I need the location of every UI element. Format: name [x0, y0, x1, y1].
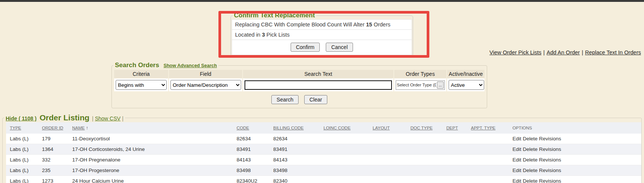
option-delete-link[interactable]: Delete — [523, 146, 537, 152]
pipe-separator: | — [122, 115, 124, 121]
cell-doc-type — [407, 165, 443, 176]
option-edit-link[interactable]: Edit — [512, 157, 521, 163]
cell-billing-code: 82634 — [269, 134, 320, 144]
order-type-browse-button[interactable]: ... — [437, 82, 444, 89]
cell-appt-type — [467, 134, 509, 144]
cell-order-id: 235 — [38, 165, 68, 176]
order-row[interactable]: Labs (L) 235 17-OH Progesterone 83498 83… — [6, 165, 641, 176]
cell-dept — [443, 155, 467, 165]
order-row[interactable]: Labs (L) 179 11-Deoxycortisol 82634 8263… — [6, 134, 641, 144]
column-header-order-id[interactable]: ORDER ID — [38, 122, 68, 134]
option-edit-link[interactable]: Edit — [512, 168, 521, 173]
option-edit-link[interactable]: Edit — [512, 178, 521, 183]
field-column-header: Field — [169, 70, 242, 78]
view-order-pick-lists-link[interactable]: View Order Pick Lists — [489, 49, 542, 55]
option-delete-link[interactable]: Delete — [523, 178, 537, 183]
option-revisions-link[interactable]: Revisions — [539, 157, 561, 163]
cell-loinc-code — [320, 144, 369, 155]
cell-layout — [369, 144, 407, 155]
cell-code: 83498 — [233, 165, 269, 176]
order-row[interactable]: Labs (L) 1364 17-OH Corticosteroids, 24 … — [6, 144, 641, 155]
cell-options: EditDeleteRevisions — [509, 134, 641, 144]
column-header-doc-type[interactable]: DOC TYPE — [407, 122, 443, 134]
cell-order-id: 179 — [38, 134, 68, 144]
option-revisions-link[interactable]: Revisions — [539, 146, 561, 152]
cell-loinc-code — [320, 165, 369, 176]
cell-dept — [443, 134, 467, 144]
cell-doc-type — [407, 176, 443, 183]
option-edit-link[interactable]: Edit — [512, 136, 521, 141]
cell-type: Labs (L) — [6, 155, 38, 165]
cell-layout — [369, 134, 407, 144]
top-nav-links: View Order Pick Lists|Add An Order|Repla… — [489, 49, 641, 55]
active-inactive-column-header: Active/Inactive — [447, 70, 485, 78]
replace-text-in-orders-link[interactable]: Replace Text In Orders — [585, 49, 641, 55]
cell-order-id: 1364 — [38, 144, 68, 155]
cell-type: Labs (L) — [6, 165, 38, 176]
order-row[interactable]: Labs (L) 332 17-OH Pregnenalone 84143 84… — [6, 155, 641, 165]
search-button[interactable]: Search — [271, 95, 299, 104]
header-zone: Confirm Text Replacement Replacing CBC W… — [0, 2, 644, 62]
cell-doc-type — [407, 144, 443, 155]
show-advanced-search-link[interactable]: Show Advanced Search — [164, 63, 217, 68]
cell-dept — [443, 144, 467, 155]
column-header-code[interactable]: CODE — [233, 122, 269, 134]
column-header-billing-code[interactable]: BILLING CODE — [269, 122, 320, 134]
criteria-column-header: Criteria — [114, 70, 168, 78]
cell-doc-type — [407, 134, 443, 144]
column-header-layout[interactable]: LAYOUT — [369, 122, 407, 134]
option-delete-link[interactable]: Delete — [523, 168, 537, 173]
cell-options: EditDeleteRevisions — [509, 155, 641, 165]
sort-ascending-icon: ↑ — [86, 125, 88, 131]
column-header-type[interactable]: TYPE — [6, 122, 38, 134]
search-text-input[interactable] — [245, 80, 392, 90]
nav-separator: | — [582, 49, 583, 55]
cell-code: 83491 — [233, 144, 269, 155]
cell-code: 84143 — [233, 155, 269, 165]
search-text-column-header: Search Text — [243, 70, 393, 78]
order-listing-title: Order Listing — [40, 113, 90, 122]
cell-billing-code: 83498 — [269, 165, 320, 176]
order-listing-panel: Hide ( 1108 )Order Listing|Show CSV| TYP… — [2, 113, 642, 183]
cell-appt-type — [467, 144, 509, 155]
order-types-column-header: Order Types — [394, 70, 446, 78]
option-revisions-link[interactable]: Revisions — [539, 168, 561, 173]
cell-name: 17-OH Pregnenalone — [68, 155, 233, 165]
cell-order-id: 332 — [38, 155, 68, 165]
confirm-button[interactable]: Confirm — [291, 43, 320, 52]
hide-count-link[interactable]: Hide ( 1108 ) — [6, 115, 37, 121]
column-header-name[interactable]: NAME↑ — [68, 122, 233, 134]
clear-button[interactable]: Clear — [304, 95, 327, 104]
column-header-loinc-code[interactable]: LOINC CODE — [320, 122, 369, 134]
add-an-order-link[interactable]: Add An Order — [546, 49, 580, 55]
cell-billing-code: 82340 — [269, 176, 320, 183]
active-inactive-select[interactable]: Active — [449, 80, 484, 90]
cell-name: 11-Deoxycortisol — [68, 134, 233, 144]
cell-options: EditDeleteRevisions — [509, 144, 641, 155]
order-type-picker[interactable]: Select Order Type (Default is All) ... — [396, 80, 445, 90]
cell-dept — [443, 165, 467, 176]
column-header-dept[interactable]: DEPT — [443, 122, 467, 134]
show-csv-link[interactable]: Show CSV — [95, 115, 121, 121]
cell-billing-code: 83491 — [269, 144, 320, 155]
order-listing-legend: Hide ( 1108 )Order Listing|Show CSV| — [4, 113, 125, 122]
cell-appt-type — [467, 176, 509, 183]
orders-count: 15 — [366, 22, 372, 28]
column-header-appt-type[interactable]: APPT. TYPE — [467, 122, 509, 134]
column-header-options: OPTIONS — [509, 122, 641, 134]
dialog-message-picklists: Located in 3 Pick Lists — [232, 30, 412, 40]
option-delete-link[interactable]: Delete — [523, 157, 537, 163]
order-row[interactable]: Labs (L) 1273 24 Hour Calcium Urine 8234… — [6, 176, 641, 183]
dialog-body: Replacing CBC With Complete Blood Count … — [232, 19, 412, 55]
option-revisions-link[interactable]: Revisions — [539, 178, 561, 183]
option-revisions-link[interactable]: Revisions — [539, 136, 561, 141]
search-orders-panel: Search Orders Show Advanced Search Crite… — [111, 62, 487, 108]
confirm-text-replacement-dialog: Confirm Text Replacement Replacing CBC W… — [231, 12, 413, 56]
option-delete-link[interactable]: Delete — [523, 136, 537, 141]
cancel-button[interactable]: Cancel — [326, 43, 353, 52]
criteria-select[interactable]: Begins with — [116, 80, 167, 90]
field-select[interactable]: Order Name/Description — [170, 80, 241, 90]
order-type-value: Select Order Type (Default is All) — [397, 83, 436, 87]
cell-code: 82634 — [233, 134, 269, 144]
option-edit-link[interactable]: Edit — [512, 146, 521, 152]
